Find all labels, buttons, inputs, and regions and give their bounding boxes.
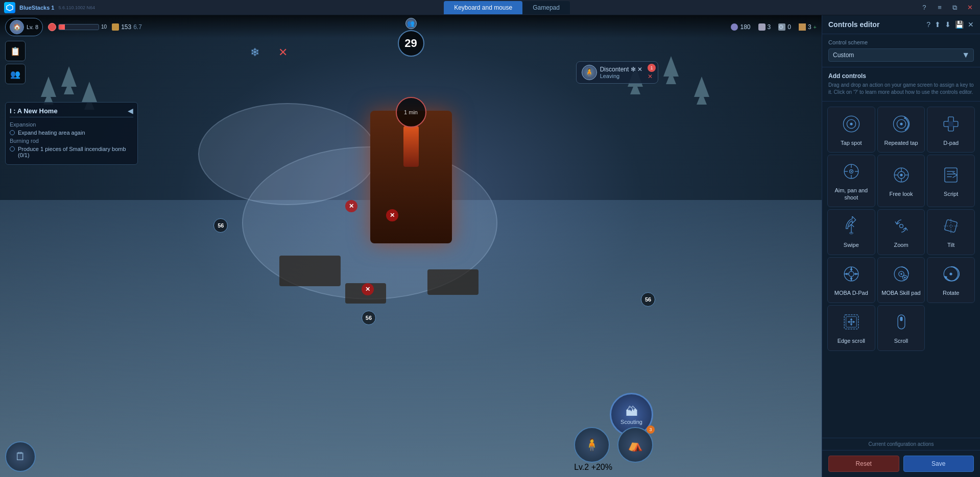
bottom-right-btn-1[interactable]: 🧍 <box>574 427 610 463</box>
controls-bottom: Reset Save <box>822 450 980 477</box>
x-icon-1: ✕ <box>278 46 288 59</box>
aim-pan-shoot-label: Aim, pan and shoot <box>831 187 872 202</box>
tower-fire <box>403 126 419 167</box>
tree-3 <box>82 82 97 102</box>
gear-icon: ⚙ <box>778 23 785 31</box>
stone-resource: 3 <box>758 23 771 31</box>
tree-6 <box>694 77 709 97</box>
social-button[interactable]: 👥 <box>5 64 26 84</box>
available-button[interactable]: 🗒 <box>5 441 36 472</box>
repeated-tap-label: Repeated tap <box>884 139 918 146</box>
control-moba-skill[interactable]: MOBA Skill pad <box>877 257 925 303</box>
control-script[interactable]: Script <box>927 155 975 207</box>
svg-marker-59 <box>848 321 849 323</box>
base-structure-2 <box>427 269 479 295</box>
control-moba-dpad[interactable]: MOBA D-Pad <box>827 257 875 303</box>
svg-point-21 <box>900 174 902 177</box>
control-zoom[interactable]: Zoom <box>877 209 925 255</box>
mission-chevron[interactable]: ◀ <box>128 107 133 115</box>
svg-point-31 <box>899 224 903 228</box>
stone-amount: 3 <box>768 23 771 31</box>
btn-2-icon: ⛺ <box>628 438 643 452</box>
hud-left: 🏠 Lv. 8 10 153 6.7 <box>5 18 142 36</box>
available-btn-wrapper: 🗒 Available 2 <box>5 441 36 472</box>
mission-item-2: Produce 1 pieces of Small incendiary bom… <box>10 146 133 158</box>
control-swipe[interactable]: Swipe <box>827 209 875 255</box>
tap-spot-icon <box>840 113 863 135</box>
alert-subtitle: Leaving <box>600 73 642 79</box>
tap-spot-label: Tap spot <box>841 139 862 146</box>
x-alert: ✕ <box>648 73 653 80</box>
tree-1 <box>41 77 56 97</box>
snowflake-icon-1: ❄ <box>250 46 259 59</box>
cp-upload-icon[interactable]: ⬆ <box>935 20 941 29</box>
d-pad-icon <box>940 113 962 135</box>
mission-objective-1: Expand heating area again <box>18 130 85 136</box>
bluestacks-logo <box>4 2 15 13</box>
add-controls-section: Add controls Drag and drop an action on … <box>822 67 980 102</box>
control-tap-spot[interactable]: Tap spot <box>827 107 875 153</box>
svg-point-47 <box>900 273 902 275</box>
alert-header: 🧍 Discontent ✻ ✕ Leaving ❄ ✕ 1 <box>582 65 653 80</box>
controls-grid: Tap spot Repeated tap <box>822 102 980 438</box>
wood-icon <box>731 23 738 31</box>
control-rotate[interactable]: Rotate <box>927 257 975 303</box>
controls-panel: Controls editor ? ⬆ ⬇ 💾 ✕ Control scheme… <box>822 15 980 477</box>
reset-button[interactable]: Reset <box>828 456 899 472</box>
svg-point-36 <box>849 271 854 277</box>
x-marker-1: ✕ <box>345 200 357 212</box>
cp-download-icon[interactable]: ⬇ <box>945 20 951 29</box>
tilt-label: Tilt <box>947 241 954 248</box>
cp-close-icon[interactable]: ✕ <box>968 20 974 29</box>
btn-1-icon: 🧍 <box>584 438 600 452</box>
svg-marker-41 <box>850 267 852 270</box>
alert-avatar: 🧍 <box>582 65 597 80</box>
cp-help-icon[interactable]: ? <box>926 20 930 29</box>
tab-gamepad[interactable]: Gamepad <box>522 1 570 14</box>
svg-marker-42 <box>850 278 852 281</box>
lv-badge: Lv.2 +20% <box>574 463 612 472</box>
edge-scroll-label: Edge scroll <box>838 337 865 344</box>
close-button[interactable]: ✕ <box>965 2 976 13</box>
controls-row-1: Tap spot Repeated tap <box>827 107 975 153</box>
scheme-select[interactable]: Custom <box>828 48 974 62</box>
scheme-label: Control scheme <box>828 39 974 45</box>
control-d-pad[interactable]: D-pad <box>927 107 975 153</box>
control-scroll[interactable]: Scroll <box>877 305 925 351</box>
main-content: ✕ ✕ ✕ 56 56 56 🏠 Lv. 8 10 <box>0 15 980 477</box>
moba-skill-label: MOBA Skill pad <box>881 289 920 296</box>
mission-header: I : A New Home ◀ <box>10 107 133 117</box>
health-value: 10 <box>101 24 107 30</box>
script-icon <box>940 164 962 186</box>
control-aim-pan-shoot[interactable]: Aim, pan and shoot <box>827 155 875 207</box>
bottom-hud: 🗒 Available 2 <box>5 441 36 472</box>
population-group: 👥 <box>405 18 417 29</box>
control-edge-scroll[interactable]: Edge scroll <box>827 305 875 351</box>
swipe-icon <box>840 215 863 237</box>
tree-5 <box>663 56 679 77</box>
special-resource: 3 + <box>799 23 817 31</box>
control-free-look[interactable]: Free look <box>877 155 925 207</box>
menu-button[interactable]: ≡ <box>934 2 945 13</box>
gear-amount: 0 <box>787 23 791 31</box>
control-repeated-tap[interactable]: Repeated tap <box>877 107 925 153</box>
player-lv-text: Lv. 8 <box>27 24 38 30</box>
control-tilt[interactable]: Tilt <box>927 209 975 255</box>
btn-2-wrapper: ⛺ 3 <box>617 427 653 472</box>
scouting-label: Scouting <box>620 419 642 425</box>
food-icon <box>112 23 119 31</box>
save-button[interactable]: Save <box>903 456 974 472</box>
cp-save-icon[interactable]: 💾 <box>955 20 964 29</box>
rotate-icon <box>940 263 962 285</box>
tab-keyboard-mouse[interactable]: Keyboard and mouse <box>444 1 522 14</box>
map-marker-3: 56 <box>641 292 655 307</box>
hud-center: 👥 29 <box>398 18 424 57</box>
game-area: ✕ ✕ ✕ 56 56 56 🏠 Lv. 8 10 <box>0 15 822 477</box>
scouting-icon: 🏔 <box>626 405 638 419</box>
control-scheme-section: Control scheme Custom ▼ <box>822 34 980 67</box>
restore-button[interactable]: ⧉ <box>949 2 961 13</box>
help-button[interactable]: ? <box>919 2 930 13</box>
clipboard-button[interactable]: 📋 <box>5 41 26 61</box>
add-controls-title: Add controls <box>828 72 974 80</box>
tree-2 <box>61 66 77 87</box>
